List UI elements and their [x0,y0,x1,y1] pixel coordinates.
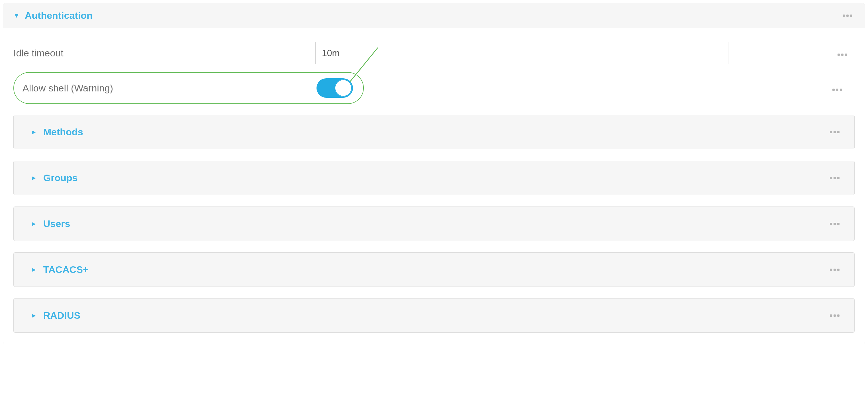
idle-timeout-input[interactable] [315,42,728,64]
authentication-header[interactable]: ▼ Authentication [3,3,865,28]
sub-panel-users: ► Users [13,206,855,241]
caret-down-icon: ▼ [13,12,20,19]
sub-panel-methods-actions-icon[interactable] [828,129,842,135]
allow-shell-row: Allow shell (Warning) [8,69,860,113]
sub-panel-radius-title-wrap: ► RADIUS [31,310,80,321]
sub-panel-groups-title: Groups [43,172,78,184]
idle-timeout-actions [835,48,855,58]
sub-panels: ► Methods ► Groups [8,113,860,333]
sub-panel-groups-header[interactable]: ► Groups [14,161,854,195]
sub-panel-tacacs-actions-icon[interactable] [828,266,842,273]
idle-timeout-control [315,42,728,64]
sub-panel-users-actions-icon[interactable] [828,220,842,227]
sub-panel-groups-actions-icon[interactable] [828,174,842,182]
sub-panel-radius-actions-icon[interactable] [828,312,842,319]
allow-shell-actions [830,83,855,93]
caret-right-icon: ► [31,221,37,227]
sub-panel-tacacs: ► TACACS+ [13,252,855,287]
sub-panel-users-title-wrap: ► Users [31,218,70,229]
toggle-knob [335,79,352,97]
sub-panel-radius-title: RADIUS [43,310,80,321]
allow-shell-actions-icon[interactable] [830,86,844,93]
idle-timeout-actions-icon[interactable] [835,51,849,58]
idle-timeout-label: Idle timeout [13,47,304,59]
sub-panel-users-header[interactable]: ► Users [14,207,854,241]
idle-timeout-row: Idle timeout [8,37,860,69]
sub-panel-methods: ► Methods [13,115,855,149]
caret-right-icon: ► [31,129,37,135]
authentication-title: Authentication [25,10,93,21]
sub-panel-users-title: Users [43,218,70,229]
authentication-panel: ▼ Authentication Idle timeout Allow shel… [3,3,865,344]
sub-panel-groups: ► Groups [13,161,855,195]
sub-panel-tacacs-header[interactable]: ► TACACS+ [14,253,854,287]
sub-panel-tacacs-title-wrap: ► TACACS+ [31,264,89,275]
sub-panel-methods-header[interactable]: ► Methods [14,115,854,149]
sub-panel-radius-header[interactable]: ► RADIUS [14,298,854,332]
caret-right-icon: ► [31,175,37,181]
authentication-actions-icon[interactable] [840,12,855,19]
sub-panel-methods-title: Methods [43,126,83,137]
authentication-title-wrap: ▼ Authentication [13,10,93,21]
allow-shell-label: Allow shell (Warning) [23,83,113,94]
sub-panel-methods-title-wrap: ► Methods [31,126,83,137]
sub-panel-tacacs-title: TACACS+ [43,264,89,275]
allow-shell-toggle[interactable] [316,78,353,98]
sub-panel-groups-title-wrap: ► Groups [31,172,78,184]
authentication-body: Idle timeout Allow shell (Warning) [3,28,865,344]
caret-right-icon: ► [31,313,37,319]
caret-right-icon: ► [31,266,37,273]
allow-shell-highlight: Allow shell (Warning) [13,72,364,104]
sub-panel-radius: ► RADIUS [13,298,855,333]
